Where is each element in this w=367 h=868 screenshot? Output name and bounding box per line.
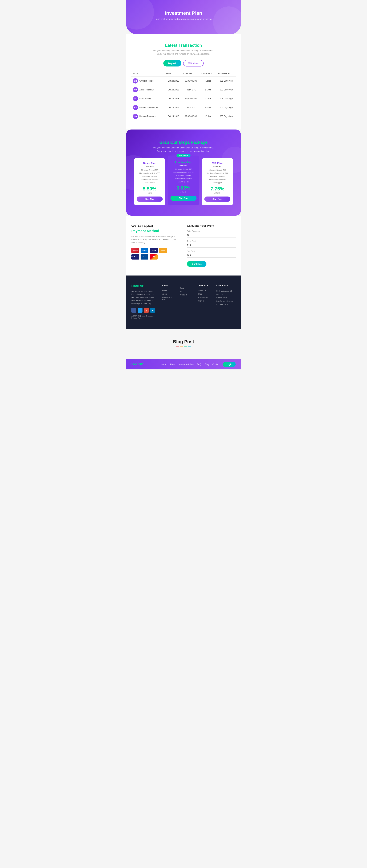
footer-about-us-link[interactable]: About Us	[198, 289, 211, 291]
start-now-btn[interactable]: Start Now	[204, 196, 230, 202]
cell-name: ES Emmett Steinkellner	[131, 103, 165, 112]
payment-title-line1: We Accepted	[131, 224, 180, 228]
bottom-nav-about[interactable]: About	[170, 363, 175, 366]
cell-name: IV Isreal Vandy	[131, 94, 165, 103]
start-now-btn[interactable]: Start Now	[170, 196, 197, 201]
plan-feature: Minimum Deposit $10	[137, 169, 163, 172]
plan-period: / Month	[137, 192, 163, 194]
footer-signin-link[interactable]: Sign In	[198, 300, 211, 302]
facebook-icon[interactable]: f	[131, 308, 136, 313]
transaction-title: Latest Transaction	[131, 43, 236, 48]
cell-date: Oct.24.2018	[165, 103, 182, 112]
transaction-title-colored: Transaction	[178, 43, 202, 48]
cell-amount: 75354 BTC	[182, 85, 200, 94]
footer-phone: 877-559-9826	[216, 303, 236, 307]
bottom-nav-home[interactable]: Home	[161, 363, 166, 366]
twitter-icon[interactable]: t	[138, 308, 142, 313]
blog-title: Blog Post	[131, 339, 236, 344]
bottom-nav-contact[interactable]: Contact	[213, 363, 220, 366]
plan-name: Premium Plan	[170, 161, 197, 164]
plan-feature: Access to all features	[137, 179, 163, 181]
name-text: Nancee Broomes	[139, 115, 156, 118]
avatar: NB	[133, 114, 138, 119]
calculator: Calculate Your Profit Enter Ammount : To…	[187, 224, 236, 267]
mega-title-colored: Mega Package	[179, 140, 207, 145]
plan-period: / Month	[204, 192, 230, 194]
enter-amount-input[interactable]	[187, 233, 236, 238]
cell-date: Oct.24.2018	[165, 94, 182, 103]
footer-link-about[interactable]: About	[162, 293, 175, 295]
footer-address: 512. Main road ST. MA 176	[216, 289, 236, 296]
avatar: AR	[133, 87, 138, 92]
divider-dot-4	[188, 346, 191, 347]
plan-period: / Month	[170, 191, 197, 193]
cell-currency: Bitcoin	[200, 85, 217, 94]
cell-currency: Dollar	[200, 112, 217, 121]
continue-btn[interactable]: Continue	[187, 261, 206, 267]
total-profit-input[interactable]	[187, 243, 236, 248]
start-now-btn[interactable]: Start Now	[137, 196, 163, 202]
withdraw-btn[interactable]: Withdraw	[183, 60, 204, 66]
plan-features-label: Features	[170, 164, 197, 166]
name-text: Olympia Rippie	[139, 80, 153, 82]
cell-deposit: 003 Days Ago	[217, 94, 236, 103]
payment-icons-row1: Maestro AMEX VISA Cirrus	[131, 248, 180, 253]
transaction-title-plain: Latest	[165, 43, 177, 48]
blog-section: Blog Post	[126, 329, 241, 359]
visa-electron-icon: Visa Electron	[131, 254, 139, 259]
amex-icon: AMEX	[141, 248, 148, 253]
footer-link-investment[interactable]: Investment Plan	[162, 296, 175, 301]
footer-links-heading: Links	[162, 284, 175, 287]
most-popular-badge: Most Popular	[176, 154, 191, 157]
calc-title: Calculate Your Profit	[187, 224, 236, 227]
col-amount: AMOUNT	[182, 71, 200, 76]
cell-date: Oct.24.2018	[165, 85, 182, 94]
footer-logo-colored: HYIP	[137, 284, 144, 288]
footer-blog-link[interactable]: Blog	[198, 293, 211, 295]
deposit-btn[interactable]: Deposit	[163, 60, 181, 66]
bottom-nav-logo: LiteHYIP	[131, 363, 143, 366]
footer-logo: LiteHYIP	[131, 284, 157, 288]
table-row: IV Isreal Vandy Oct.24.2018 $9,00,000.00…	[131, 94, 236, 103]
footer-link-blog[interactable]: Blog	[180, 290, 193, 292]
googleplus-icon[interactable]: g	[144, 308, 149, 313]
footer-link-contact[interactable]: Contact	[180, 294, 193, 296]
plan-feature: Enhanced security	[170, 175, 197, 177]
plan-feature: 24/7 Support	[170, 181, 197, 183]
cell-deposit: 001 Days Ago	[217, 76, 236, 85]
footer-copyright: © 2018. All Rights Reserved. Privacy Pol…	[131, 315, 157, 319]
cell-deposit: 004 Days Ago	[217, 103, 236, 112]
login-btn[interactable]: Login	[223, 362, 236, 367]
divider-dot-1	[176, 346, 179, 347]
cell-name: NB Nancee Broomes	[131, 112, 165, 121]
footer-link-home[interactable]: Home	[162, 289, 175, 291]
plan-feature: Maximum Deposit $10,000	[170, 172, 197, 174]
plan-features-label: Features	[137, 165, 163, 167]
name-text: Isreal Vandy	[139, 97, 151, 100]
bottom-nav-faq[interactable]: FAQ	[197, 363, 201, 366]
hero-title: Investment Plan	[130, 10, 237, 16]
plan-rate: 6.65%	[170, 185, 197, 191]
net-profit-input[interactable]	[187, 253, 236, 258]
plans-container: Basic Plan Features Minimum Deposit $10M…	[131, 158, 236, 205]
cell-currency: Dollar	[200, 76, 217, 85]
social-icons: f t g in	[131, 308, 157, 313]
transaction-tabs: Deposit Withdraw	[131, 60, 236, 66]
bottom-nav-investment[interactable]: Investment Plan	[179, 363, 194, 366]
footer-logo-plain: Lite	[131, 284, 137, 288]
footer-contact-us-link[interactable]: Contact Us	[198, 296, 211, 299]
bottom-nav-blog[interactable]: Blog	[205, 363, 209, 366]
linkedin-icon[interactable]: in	[150, 308, 155, 313]
footer-link-faq[interactable]: FAQ	[180, 287, 193, 289]
name-text: Emmett Steinkellner	[139, 106, 158, 109]
hero-subtitle: Enjoy real benefits and rewards on your …	[130, 18, 237, 20]
payment-title-line2: Payment Method	[131, 229, 180, 233]
cell-deposit: 002 Days Ago	[217, 85, 236, 94]
cell-date: Oct.24.2018	[165, 76, 182, 85]
plan-feature: Minimum Deposit $10	[170, 168, 197, 170]
hero-section: Investment Plan Enjoy real benefits and …	[126, 0, 241, 34]
footer-about-contact: About Us About Us Blog Contact Us Sign I…	[198, 284, 211, 319]
plan-feature: 24/7 Support	[204, 182, 230, 184]
bottom-nav: LiteHYIP Home About Investment Plan FAQ …	[126, 359, 241, 369]
plan-feature: Enhanced security	[204, 175, 230, 178]
